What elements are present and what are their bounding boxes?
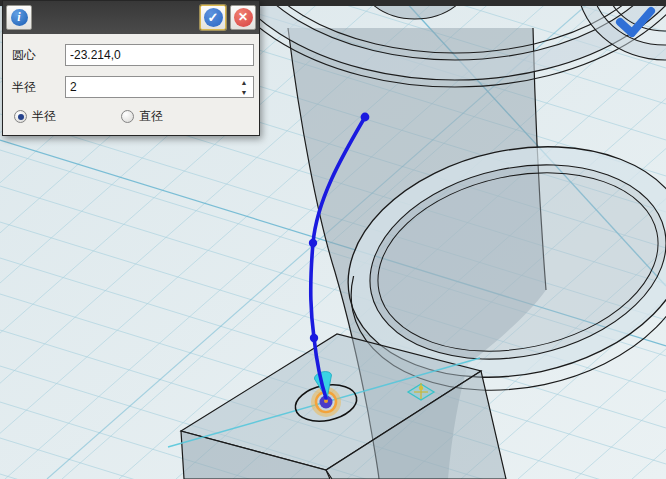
confirm-check-icon: ✓ [204,8,223,27]
spline-fit-point[interactable] [310,334,318,342]
radius-spinner: ▲ ▼ [236,77,252,97]
radio-diameter[interactable]: 直径 [121,108,163,125]
info-icon: i [11,9,28,26]
cancel-x-icon: ✕ [234,8,253,27]
info-button[interactable]: i [6,5,32,30]
circle-parameters-dialog: i ✓ ✕ 圆心 半径 ▲ ▼ 半径 [2,0,260,136]
center-field-row: 圆心 [12,44,254,66]
center-input[interactable] [65,44,254,66]
radius-input[interactable] [65,76,254,98]
radio-radius-label: 半径 [32,108,56,125]
spline-endpoint[interactable] [361,113,370,122]
radio-diameter-label: 直径 [139,108,163,125]
radius-diameter-radio-group: 半径 直径 [14,108,254,125]
radius-label: 半径 [12,79,65,96]
dialog-header: i ✓ ✕ [3,1,259,34]
spinner-up-icon[interactable]: ▲ [236,77,252,87]
radio-diameter-circle-icon [121,110,134,123]
radio-radius[interactable]: 半径 [14,108,56,125]
spline-fit-point[interactable] [309,239,317,247]
spinner-down-icon[interactable]: ▼ [236,87,252,97]
center-label: 圆心 [12,47,65,64]
cancel-button[interactable]: ✕ [230,5,256,30]
radius-field-row: 半径 ▲ ▼ [12,76,254,98]
radio-radius-circle-icon [14,110,27,123]
dialog-body: 圆心 半径 ▲ ▼ 半径 直径 [3,34,259,135]
confirm-button[interactable]: ✓ [200,5,226,30]
